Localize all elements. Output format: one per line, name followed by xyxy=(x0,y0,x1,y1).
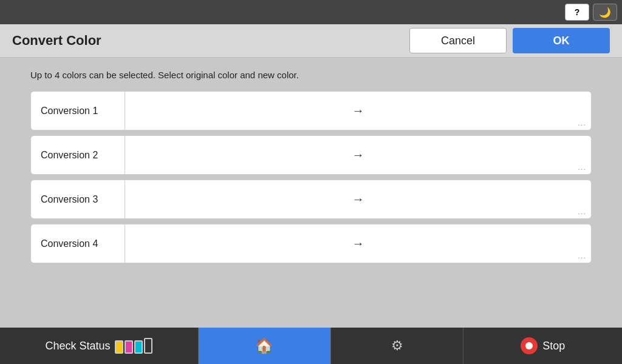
night-mode-button[interactable]: 🌙 xyxy=(593,4,617,21)
dialog-title: Convert Color xyxy=(12,33,101,49)
conversion-label-2: Conversion 2 xyxy=(31,136,125,174)
ok-button[interactable]: OK xyxy=(513,28,610,53)
help-button[interactable]: ? xyxy=(565,4,589,21)
header-buttons: Cancel OK xyxy=(409,28,610,53)
conversion-label-3: Conversion 3 xyxy=(31,180,125,218)
stop-icon xyxy=(521,337,538,354)
check-status-button[interactable]: Check Status xyxy=(0,328,199,364)
conversion-row-1[interactable]: Conversion 1→... xyxy=(30,91,592,130)
conversion-arrow-3[interactable]: → xyxy=(125,180,591,218)
dialog-header: Convert Color Cancel OK xyxy=(0,24,622,58)
conversion-arrow-4[interactable]: → xyxy=(125,224,591,263)
conversion-row-3[interactable]: Conversion 3→... xyxy=(30,180,592,219)
help-label: ? xyxy=(575,7,580,17)
conversion-dots-4: ... xyxy=(578,251,586,260)
stop-inner-circle xyxy=(525,342,533,349)
conversion-label-1: Conversion 1 xyxy=(31,92,125,130)
ink-yellow xyxy=(115,340,123,354)
stop-button[interactable]: Stop xyxy=(463,328,622,364)
ink-magenta xyxy=(125,340,133,354)
check-status-label: Check Status xyxy=(45,340,110,352)
settings-button[interactable]: ⚙ xyxy=(331,328,463,364)
stop-label: Stop xyxy=(542,340,565,352)
conversion-arrow-2[interactable]: → xyxy=(125,136,591,174)
conversion-label-4: Conversion 4 xyxy=(31,224,125,263)
gear-icon: ⚙ xyxy=(391,338,403,354)
conversion-row-4[interactable]: Conversion 4→... xyxy=(30,224,592,263)
conversion-row-2[interactable]: Conversion 2→... xyxy=(30,135,592,175)
instruction-text: Up to 4 colors can be selected. Select o… xyxy=(30,70,592,80)
moon-icon: 🌙 xyxy=(599,7,611,18)
ink-status-icon xyxy=(115,338,152,354)
top-bar: ? 🌙 xyxy=(0,0,622,24)
cancel-button[interactable]: Cancel xyxy=(409,28,507,53)
conversion-dots-1: ... xyxy=(578,118,586,127)
ink-black xyxy=(144,338,152,354)
conversion-dots-2: ... xyxy=(578,163,586,172)
home-button[interactable]: 🏠 xyxy=(199,328,331,364)
home-icon: 🏠 xyxy=(255,337,273,354)
bottom-bar: Check Status 🏠 ⚙ Stop xyxy=(0,328,622,364)
conversion-list: Conversion 1→...Conversion 2→...Conversi… xyxy=(30,91,592,263)
main-content: Up to 4 colors can be selected. Select o… xyxy=(0,58,622,328)
conversion-arrow-1[interactable]: → xyxy=(125,92,591,130)
conversion-dots-3: ... xyxy=(578,207,586,216)
ink-cyan xyxy=(134,340,143,354)
